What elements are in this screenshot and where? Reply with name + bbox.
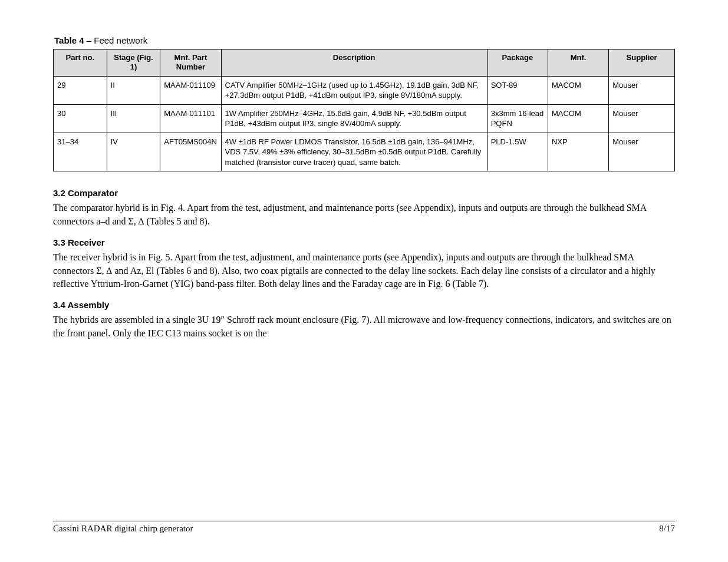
cell-desc: 1W Amplifier 250MHz–4GHz, 15.6dB gain, 4… [221, 104, 487, 133]
cell-desc: 4W ±1dB RF Power LDMOS Transistor, 16.5d… [221, 133, 487, 171]
body-text: 3.2 Comparator The comparator hybrid is … [53, 187, 675, 340]
cell-stage: III [107, 104, 160, 133]
table-header-row: Part no. Stage (Fig. 1) Mnf. Part Number… [54, 49, 675, 77]
table-title: Table 4 – Feed network [54, 35, 675, 45]
cell-part: 31–34 [54, 133, 107, 171]
page: Table 4 – Feed network Part no. Stage (F… [0, 0, 728, 562]
cell-mnf: MACOM [548, 104, 608, 133]
table-row: 29 II MAAM-011109 CATV Amplifier 50MHz–1… [54, 76, 675, 104]
cell-pkg: SOT-89 [487, 76, 548, 104]
section-paragraph: The comparator hybrid is in Fig. 4. Apar… [53, 201, 675, 228]
cell-mpn: MAAM-011101 [160, 104, 221, 133]
table-row: 30 III MAAM-011101 1W Amplifier 250MHz–4… [54, 104, 675, 133]
page-footer: Cassini RADAR digital chirp generator 8/… [53, 521, 675, 534]
spec-table: Part no. Stage (Fig. 1) Mnf. Part Number… [53, 49, 675, 171]
cell-sup: Mouser [609, 133, 675, 171]
cell-part: 30 [54, 104, 107, 133]
section-paragraph: The hybrids are assembled in a single 3U… [53, 313, 675, 340]
table-row: 31–34 IV AFT05MS004N 4W ±1dB RF Power LD… [54, 133, 675, 171]
section-paragraph: The receiver hybrid is in Fig. 5. Apart … [53, 251, 675, 290]
cell-mpn: AFT05MS004N [160, 133, 221, 171]
th-desc: Description [221, 49, 487, 77]
cell-pkg: 3x3mm 16-lead PQFN [487, 104, 548, 133]
th-pkg: Package [487, 49, 548, 77]
cell-mnf: NXP [548, 133, 608, 171]
cell-sup: Mouser [609, 104, 675, 133]
cell-sup: Mouser [609, 76, 675, 104]
section-heading: 3.3 Receiver [53, 236, 675, 249]
footer-left: Cassini RADAR digital chirp generator [53, 524, 193, 534]
th-mpn: Mnf. Part Number [160, 49, 221, 77]
cell-mpn: MAAM-011109 [160, 76, 221, 104]
footer-right: 8/17 [659, 524, 675, 534]
table-number: Table 4 [54, 35, 84, 45]
cell-desc: CATV Amplifier 50MHz–1GHz (used up to 1.… [221, 76, 487, 104]
th-mnf: Mnf. [548, 49, 608, 77]
cell-pkg: PLD-1.5W [487, 133, 548, 171]
cell-stage: II [107, 76, 160, 104]
footer-rule [53, 521, 675, 521]
cell-part: 29 [54, 76, 107, 104]
th-sup: Supplier [609, 49, 675, 77]
table-title-rest: – Feed network [84, 35, 148, 45]
th-stage: Stage (Fig. 1) [107, 49, 160, 77]
cell-stage: IV [107, 133, 160, 171]
section-heading: 3.4 Assembly [53, 299, 675, 311]
section-heading: 3.2 Comparator [53, 187, 675, 199]
th-part: Part no. [54, 49, 107, 77]
cell-mnf: MACOM [548, 76, 608, 104]
